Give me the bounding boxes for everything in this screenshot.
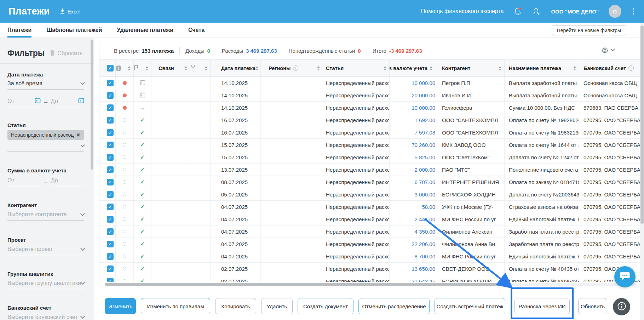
financial-expert-help-link[interactable]: Помощь финансового эксперта bbox=[421, 8, 504, 15]
sort-icon[interactable] bbox=[317, 66, 320, 70]
tab-deleted-payments[interactable]: Удаленные платежи bbox=[117, 23, 173, 38]
row-checkbox[interactable]: ✓ bbox=[107, 142, 114, 148]
cell-amount-link[interactable]: 58.00 bbox=[422, 204, 435, 210]
sort-icon[interactable] bbox=[184, 66, 187, 70]
table-row[interactable]: ✓✓04.07.2025Нераспределенный расход2 444… bbox=[99, 213, 644, 225]
article-select[interactable] bbox=[7, 143, 84, 152]
row-checkbox[interactable]: ✓ bbox=[107, 117, 114, 124]
column-header-flag[interactable] bbox=[134, 60, 151, 76]
table-row[interactable]: ✓✓02.07.2025Нераспределенный расход13 65… bbox=[99, 263, 644, 275]
cell-amount-link[interactable]: 5 825.00 bbox=[415, 154, 435, 160]
chat-button[interactable] bbox=[614, 266, 636, 287]
tab-payment-templates[interactable]: Шаблоны платежей bbox=[46, 23, 102, 38]
row-checkbox[interactable]: ✓ bbox=[107, 241, 114, 247]
copy-button[interactable]: Копировать bbox=[215, 298, 256, 314]
cell-amount-link[interactable]: 6 707.00 bbox=[415, 179, 435, 185]
column-header-alert[interactable]: ! bbox=[116, 60, 134, 76]
table-row[interactable]: ✓✓16.07.2025Нераспределенный расход1 692… bbox=[99, 114, 644, 126]
row-checkbox[interactable]: ✓ bbox=[107, 216, 114, 223]
edit-button[interactable]: Изменить bbox=[105, 298, 136, 314]
row-checkbox[interactable]: ✓ bbox=[107, 265, 114, 272]
table-row[interactable]: ✓14.10.2025Нераспределенный расход10 000… bbox=[99, 77, 644, 89]
tab-accounts[interactable]: Счета bbox=[188, 23, 205, 38]
column-header-links[interactable]: Связи bbox=[151, 60, 190, 76]
row-checkbox[interactable]: ✓ bbox=[107, 253, 114, 260]
table-row[interactable]: ✓✓15.07.2025Нераспределенный расход5 825… bbox=[99, 151, 644, 164]
sort-icon[interactable] bbox=[499, 66, 501, 70]
refresh-button[interactable]: Обновить bbox=[578, 298, 607, 314]
row-checkbox[interactable]: ✓ bbox=[107, 278, 114, 282]
date-to-input[interactable]: До bbox=[51, 97, 84, 107]
cell-amount-link[interactable]: 1 692.00 bbox=[415, 117, 435, 123]
vertical-scrollbar-thumb[interactable] bbox=[640, 25, 644, 224]
cell-amount-link[interactable]: 10 000.00 bbox=[412, 105, 435, 111]
row-checkbox[interactable]: ✓ bbox=[107, 80, 114, 86]
row-checkbox[interactable]: ✓ bbox=[107, 154, 114, 161]
cell-amount-link[interactable]: 70 260.00 bbox=[412, 142, 435, 148]
row-checkbox[interactable]: ✓ bbox=[107, 204, 114, 210]
amount-to-input[interactable]: До bbox=[51, 177, 84, 186]
cell-amount-link[interactable]: 13 650.00 bbox=[412, 266, 435, 272]
table-row[interactable]: ✓✓05.07.2025Нераспределенный расход3 000… bbox=[99, 188, 644, 201]
bank-select[interactable]: Выберите банковский счет bbox=[7, 314, 84, 320]
help-info-button[interactable] bbox=[613, 298, 630, 315]
table-row[interactable]: ✓14.10.2025Нераспределенный расход20 000… bbox=[99, 89, 644, 102]
calendar-icon[interactable] bbox=[78, 97, 84, 105]
create-document-button[interactable]: Создать документ bbox=[298, 298, 353, 314]
add-user-icon[interactable] bbox=[532, 7, 541, 16]
column-header-purpose[interactable]: Назначение платежа bbox=[505, 60, 579, 76]
cell-amount-link[interactable]: 7 597.08 bbox=[415, 130, 435, 136]
table-row[interactable]: ✓✓16.07.2025Нераспределенный расход7 597… bbox=[99, 126, 644, 139]
close-icon[interactable]: ✕ bbox=[76, 132, 80, 138]
row-checkbox[interactable]: ✓ bbox=[107, 228, 114, 235]
sort-icon[interactable] bbox=[430, 66, 432, 70]
calendar-icon[interactable] bbox=[35, 97, 41, 105]
sort-icon[interactable] bbox=[573, 66, 576, 70]
table-row[interactable]: ✓✓04.07.2025Нераспределенный расход4 350… bbox=[99, 225, 644, 238]
reset-filters-button[interactable]: Сбросить bbox=[50, 50, 82, 57]
date-period-select[interactable]: За всё время bbox=[7, 80, 84, 90]
cell-amount-link[interactable]: 8 700.00 bbox=[415, 253, 435, 259]
cell-amount-link[interactable]: 2 444.00 bbox=[415, 216, 435, 222]
row-checkbox[interactable]: ✓ bbox=[107, 129, 114, 136]
tab-payments[interactable]: Платежи bbox=[7, 23, 31, 38]
cell-amount-link[interactable]: 10 000.00 bbox=[412, 80, 435, 86]
edit-by-rules-button[interactable]: Изменить по правилам bbox=[141, 298, 210, 314]
sort-icon[interactable] bbox=[255, 66, 258, 70]
horizontal-scrollbar-thumb[interactable] bbox=[105, 283, 501, 286]
table-row[interactable]: ✓✓15.07.2025Нераспределенный расход70 26… bbox=[99, 139, 644, 151]
avatar[interactable]: C bbox=[609, 5, 621, 18]
cell-amount-link[interactable]: 20 000.00 bbox=[412, 92, 435, 98]
cell-amount-link[interactable]: 31 642.45 bbox=[412, 278, 435, 282]
sort-icon[interactable] bbox=[384, 66, 386, 70]
cell-amount-link[interactable]: 3 000.00 bbox=[415, 192, 435, 198]
article-filter-chip[interactable]: Нераспределенный расход ✕ bbox=[7, 130, 84, 140]
bell-icon[interactable] bbox=[513, 7, 522, 16]
table-settings-button[interactable] bbox=[602, 47, 614, 53]
cell-amount-link[interactable]: 22 206.00 bbox=[412, 241, 435, 247]
kebab-menu-icon[interactable] bbox=[631, 7, 636, 16]
column-header-select[interactable]: ✓ bbox=[105, 60, 116, 76]
sidebar-scrollbar[interactable] bbox=[91, 40, 93, 170]
table-row[interactable]: ✓✓04.07.2025Нераспределенный расход8 700… bbox=[99, 250, 644, 263]
delete-button[interactable]: Удалить bbox=[261, 298, 293, 314]
select-all-checkbox[interactable]: ✓ bbox=[107, 65, 114, 72]
analytics-select[interactable]: Выберите группу аналитики bbox=[7, 280, 84, 289]
column-header-date[interactable]: Дата платежа bbox=[211, 60, 261, 76]
table-row[interactable]: ✓✓04.07.2025Нераспределенный расход22 20… bbox=[99, 238, 644, 250]
row-checkbox[interactable]: ✓ bbox=[107, 92, 114, 99]
row-checkbox[interactable]: ✓ bbox=[107, 179, 114, 185]
column-header-article[interactable]: Статья bbox=[323, 60, 390, 76]
column-header-bank[interactable]: Банковский счетi bbox=[579, 60, 641, 76]
column-header-contractor[interactable]: Контрагент bbox=[439, 60, 505, 76]
cell-amount-link[interactable]: 4 350.00 bbox=[415, 229, 435, 235]
row-checkbox[interactable]: ✓ bbox=[107, 191, 114, 198]
cancel-distribution-button[interactable]: Отменить распределение bbox=[358, 298, 430, 314]
company-name[interactable]: ООО "МОЕ ДЕЛО" bbox=[551, 8, 599, 15]
sort-icon[interactable] bbox=[128, 66, 131, 70]
excel-export-link[interactable]: Excel bbox=[60, 8, 81, 15]
table-row[interactable]: ✓✓02.07.2025Нераспределенный расход31 64… bbox=[99, 275, 644, 282]
sort-icon[interactable] bbox=[205, 66, 207, 70]
row-checkbox[interactable]: ✓ bbox=[107, 104, 114, 111]
ai-posting-button[interactable]: Разноска через ИИ bbox=[514, 298, 570, 314]
